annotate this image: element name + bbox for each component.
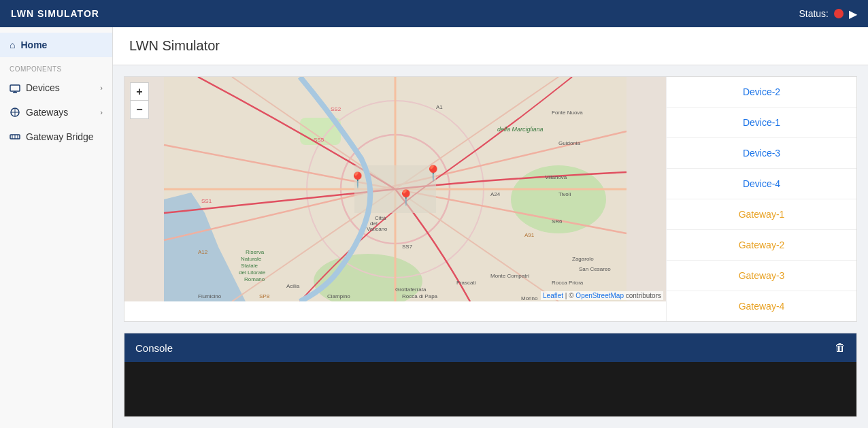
app-brand: LWN SIMULATOR	[11, 8, 99, 19]
svg-text:SR6: SR6	[552, 218, 563, 225]
svg-text:Morino: Morino	[521, 295, 538, 301]
legend-device-2[interactable]: Device-2	[667, 77, 856, 108]
map-section: della Marcigliana Fonte Nuova Guidonia V…	[124, 76, 857, 322]
devices-chevron: ›	[100, 84, 103, 92]
sidebar-item-home[interactable]: ⌂ Home	[0, 33, 112, 57]
svg-text:SS2: SS2	[331, 106, 341, 112]
marker-gateway-1[interactable]: 📍	[348, 171, 367, 189]
map-svg: della Marcigliana Fonte Nuova Guidonia V…	[124, 77, 666, 301]
legend-device-3[interactable]: Device-3	[667, 138, 856, 169]
sidebar-item-gateways[interactable]: Gateways ›	[0, 100, 112, 125]
attribution-contributors: contributors	[626, 292, 661, 299]
legend-gateway-2[interactable]: Gateway-2	[667, 230, 856, 261]
home-label: Home	[20, 39, 47, 50]
svg-text:della Marcigliana: della Marcigliana	[497, 126, 544, 133]
gateway-bridge-icon	[10, 131, 20, 142]
gateways-label: Gateways	[26, 107, 68, 118]
svg-text:Acilia: Acilia	[286, 283, 300, 289]
svg-text:A12: A12	[198, 249, 208, 255]
legend-gateway-3[interactable]: Gateway-3	[667, 261, 856, 291]
leaflet-link[interactable]: Leaflet	[543, 292, 563, 299]
legend-gateway-4[interactable]: Gateway-4	[667, 291, 856, 321]
svg-text:Romano: Romano	[244, 276, 265, 282]
svg-text:SS7: SS7	[402, 244, 413, 250]
svg-text:Riserva: Riserva	[246, 249, 265, 255]
main-layout: ⌂ Home COMPONENTS Devices ›	[0, 27, 868, 428]
status-label: Status:	[799, 8, 829, 19]
console-section: Console 🗑	[124, 333, 857, 417]
devices-icon	[10, 82, 20, 93]
svg-text:Monte Compatri: Monte Compatri	[490, 273, 529, 279]
svg-text:Ciampino: Ciampino	[327, 293, 350, 299]
zoom-out-button[interactable]: −	[131, 101, 148, 118]
navbar-right: Status: ▶	[799, 7, 857, 20]
svg-text:SS1: SS1	[201, 198, 212, 204]
console-header: Console 🗑	[124, 333, 856, 362]
map-controls: + −	[130, 82, 149, 119]
legend-device-1[interactable]: Device-1	[667, 108, 856, 138]
content-area: LWN Simulator	[113, 27, 868, 428]
zoom-in-button[interactable]: +	[131, 83, 148, 101]
gateways-chevron: ›	[100, 108, 103, 116]
marker-device[interactable]: 📍	[397, 189, 415, 207]
svg-text:A1: A1	[436, 104, 443, 110]
legend-device-4[interactable]: Device-4	[667, 169, 856, 199]
map-container[interactable]: della Marcigliana Fonte Nuova Guidonia V…	[124, 77, 666, 301]
console-title: Console	[135, 342, 173, 354]
console-clear-button[interactable]: 🗑	[835, 342, 846, 354]
navbar: LWN SIMULATOR Status: ▶	[0, 0, 868, 27]
svg-rect-0	[10, 85, 20, 91]
sidebar-item-gateway-bridge[interactable]: Gateway Bridge	[0, 125, 112, 149]
map-attribution: Leaflet | © OpenStreetMap contributors	[541, 291, 663, 300]
svg-text:A24: A24	[490, 191, 501, 197]
svg-text:Frascati: Frascati	[456, 280, 476, 286]
svg-text:Rocca di Papa: Rocca di Papa	[402, 293, 438, 299]
svg-text:del Litorale: del Litorale	[239, 269, 266, 276]
svg-text:Fiumicino: Fiumicino	[198, 293, 222, 299]
page-title: LWN Simulator	[129, 38, 852, 54]
gateways-icon	[10, 107, 20, 118]
svg-text:San Cesareo: San Cesareo	[579, 266, 611, 272]
brand-lwn: LWN	[11, 8, 34, 19]
svg-text:SP8: SP8	[259, 293, 270, 299]
svg-text:Zagarolo: Zagarolo	[572, 256, 594, 262]
svg-text:SS5: SS5	[314, 137, 324, 143]
attribution-separator: | ©	[565, 292, 576, 299]
home-icon: ⌂	[10, 39, 15, 50]
marker-gateway-2[interactable]: 📍	[424, 165, 442, 182]
svg-text:Tivoli: Tivoli	[558, 191, 571, 197]
svg-text:Fonte Nuova: Fonte Nuova	[552, 110, 583, 116]
sidebar-item-devices[interactable]: Devices ›	[0, 76, 112, 100]
sidebar: ⌂ Home COMPONENTS Devices ›	[0, 27, 113, 428]
svg-text:Grottaferrata: Grottaferrata	[395, 286, 427, 293]
svg-text:Guidonia: Guidonia	[558, 140, 581, 146]
svg-text:Villanova: Villanova	[545, 174, 567, 180]
status-indicator	[834, 9, 844, 18]
brand-simulator: SIMULATOR	[34, 8, 99, 19]
svg-text:Rocca Priora: Rocca Priora	[552, 280, 584, 286]
devices-label: Devices	[26, 82, 60, 93]
console-body	[124, 362, 856, 416]
gateway-bridge-label: Gateway Bridge	[26, 131, 94, 142]
svg-text:Statale: Statale	[241, 263, 258, 269]
osm-link[interactable]: OpenStreetMap	[575, 292, 624, 299]
legend-gateway-1[interactable]: Gateway-1	[667, 199, 856, 230]
components-label: COMPONENTS	[0, 57, 112, 76]
svg-text:A91: A91	[524, 232, 535, 238]
svg-text:Naturale: Naturale	[241, 256, 262, 262]
svg-text:Vaticano: Vaticano	[367, 226, 388, 232]
play-button[interactable]: ▶	[849, 7, 857, 20]
page-title-bar: LWN Simulator	[113, 27, 868, 65]
legend-panel: Device-2 Device-1 Device-3 Device-4 Gate…	[666, 77, 856, 321]
